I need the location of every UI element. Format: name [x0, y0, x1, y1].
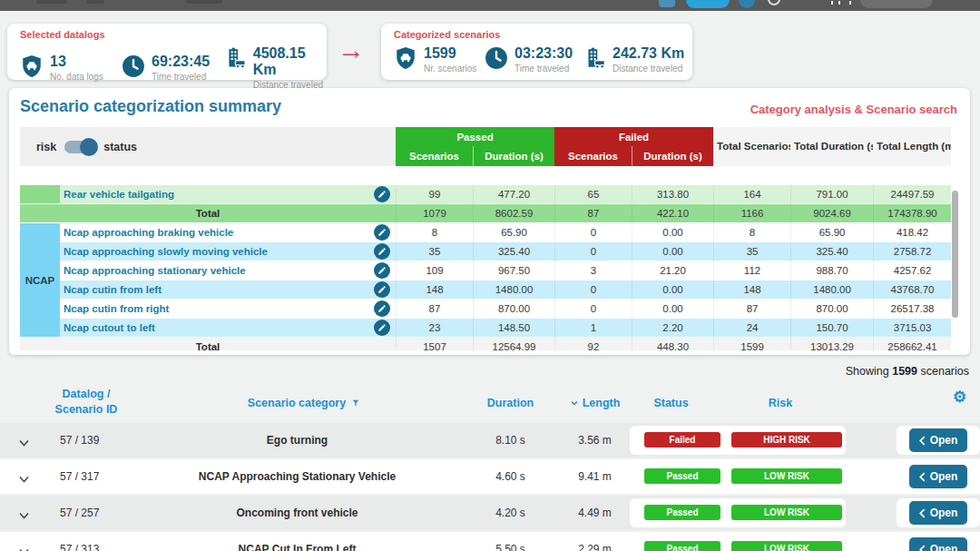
open-scenario-button[interactable]: Open	[909, 465, 967, 488]
category-name-link[interactable]: Ncap cutin from right	[64, 303, 169, 314]
edit-category-button[interactable]	[374, 243, 390, 260]
summary-row: Ncap cutout to left23148.5012.2024150.70…	[20, 319, 951, 338]
scenario-id: 57 / 257	[60, 496, 146, 530]
summary-value: 35	[396, 242, 473, 261]
summary-value: 87	[713, 300, 790, 319]
scenario-summary-panel: Scenario categorization summary Category…	[9, 88, 970, 355]
expand-chevron-icon[interactable]	[18, 544, 30, 551]
filter-funnel-icon[interactable]	[351, 398, 360, 408]
stat-no-data-logs: 13No. data logs	[20, 54, 122, 82]
column-header-length[interactable]: Length	[552, 385, 638, 421]
stat-value: 03:23:30	[514, 45, 573, 62]
toolbar-pill-button-partial[interactable]	[686, 0, 730, 8]
expand-chevron-icon[interactable]	[18, 435, 30, 451]
summary-value: 418.42	[873, 223, 951, 242]
summary-table-wrap: riskstatusPassedFailedTotal ScenariosTot…	[20, 127, 960, 350]
summary-value: 65.90	[790, 223, 873, 242]
toggle-knob[interactable]	[80, 138, 98, 156]
scenario-category: NCAP Approaching Stationary Vehicle	[195, 459, 399, 494]
open-scenario-button[interactable]: Open	[909, 537, 967, 551]
summary-value: 0	[554, 280, 632, 300]
stat-distance-traveled: 242.73 KmDistance traveled	[583, 45, 696, 74]
edit-category-button[interactable]	[374, 320, 390, 336]
expand-chevron-icon[interactable]	[18, 507, 30, 524]
edit-category-button[interactable]	[374, 186, 390, 202]
column-header-risk[interactable]: Risk	[735, 385, 826, 421]
column-header-category[interactable]: Scenario category	[218, 385, 390, 421]
open-scenario-button[interactable]: Open	[909, 428, 967, 452]
scenario-row: 57 / 139Ego turning8.10 s3.56 mFailedHIG…	[0, 423, 980, 458]
failed-header: Failed	[554, 127, 713, 146]
total-value: 422.10	[632, 204, 713, 223]
total-value: 12564.99	[473, 338, 554, 350]
summary-value: 2.20	[632, 319, 713, 338]
toolbar-help-icon-partial[interactable]	[768, 0, 780, 5]
scenario-category: Ego turning	[195, 423, 399, 458]
category-analysis-link[interactable]: Category analysis & Scenario search	[750, 103, 957, 116]
passed-header: Passed	[396, 127, 554, 146]
total-value: 1166	[713, 204, 790, 223]
scenario-row: 57 / 317NCAP Approaching Stationary Vehi…	[0, 459, 980, 494]
edit-category-button[interactable]	[374, 262, 390, 279]
toolbar-field-partial[interactable]	[860, 0, 933, 8]
column-header-duration[interactable]: Duration	[467, 385, 554, 421]
summary-value: 65.90	[473, 223, 554, 242]
total-value: 1507	[396, 338, 473, 350]
summary-value: 112	[713, 261, 790, 280]
summary-table: riskstatusPassedFailedTotal ScenariosTot…	[20, 127, 951, 350]
column-header-status[interactable]: Status	[632, 385, 710, 421]
toolbar-nav-partial-2	[186, 0, 222, 4]
category-name-link[interactable]: Ncap approaching slowly moving vehicle	[64, 246, 268, 257]
summary-value: 1	[554, 319, 632, 338]
summary-value: 325.40	[473, 242, 554, 261]
showing-count: 1599	[892, 365, 917, 378]
stat-time-traveled: 69:23:45Time traveled	[122, 54, 223, 82]
scenario-duration: 8.10 s	[467, 423, 554, 458]
categorized-scenarios-card: Categorized scenarios 1599Nr. scenarios0…	[381, 24, 692, 80]
summary-row: Ncap cutin from left1481480.0000.0014814…	[20, 280, 951, 300]
stat-label: Distance traveled	[612, 64, 684, 74]
passed-scenarios-header: Scenarios	[396, 146, 473, 166]
scenario-length: 9.41 m	[552, 459, 638, 494]
category-name-link[interactable]: Ncap approaching braking vehicle	[64, 227, 233, 238]
edit-category-button[interactable]	[374, 224, 390, 241]
category-name-link[interactable]: Ncap cutout to left	[64, 322, 155, 333]
scenario-length: 3.56 m	[552, 423, 638, 458]
summary-value: 3715.03	[873, 319, 951, 338]
edit-category-button[interactable]	[374, 281, 390, 298]
passed-duration-header: Duration (s)	[473, 146, 554, 166]
column-header-datalog-id[interactable]: Datalog / Scenario ID	[36, 387, 136, 418]
toolbar-avatar-partial[interactable]	[739, 0, 755, 8]
toolbar-button-partial-1[interactable]	[659, 0, 675, 7]
scenario-row: 57 / 313NCAP Cut In From Left5.50 s2.29 …	[0, 532, 980, 551]
scenario-length: 4.49 m	[552, 496, 638, 530]
risk-status-toggle[interactable]	[64, 141, 95, 153]
list-settings-gear-icon[interactable]: ⚙	[953, 389, 966, 405]
category-name-link[interactable]: Ncap cutin from left	[64, 284, 162, 295]
total-value: 1079	[396, 204, 473, 223]
total-value: 92	[554, 338, 632, 350]
summary-value: 8	[713, 223, 790, 242]
edit-category-button[interactable]	[374, 300, 390, 317]
category-name-link[interactable]: Rear vehicle tailgating	[64, 189, 174, 200]
total-value: 1599	[713, 338, 790, 350]
toolbar-ticks-partial-2	[838, 1, 840, 5]
open-scenario-button[interactable]: Open	[909, 501, 967, 525]
summary-value: 35	[713, 242, 790, 261]
total-row-label: Total	[20, 204, 396, 223]
city-distance-icon	[223, 46, 247, 70]
scenario-length: 2.29 m	[552, 532, 638, 551]
stat-time-traveled: 03:23:30Time traveled	[485, 45, 583, 74]
scenario-id: 57 / 139	[60, 423, 146, 458]
expand-chevron-icon[interactable]	[18, 471, 30, 487]
summary-value: 23	[396, 319, 473, 338]
stat-value: 13	[50, 54, 103, 70]
summary-scrollbar[interactable]	[952, 191, 958, 318]
category-name-link[interactable]: Ncap approaching stationary vehicle	[64, 265, 246, 276]
summary-value: 87	[396, 300, 473, 319]
flow-arrow-icon: →	[338, 34, 365, 65]
risk-badge: LOW RISK	[731, 541, 842, 551]
summary-value: 0	[554, 300, 632, 319]
sort-chevron-icon[interactable]	[570, 398, 579, 408]
total-row-label: Total	[20, 338, 396, 350]
